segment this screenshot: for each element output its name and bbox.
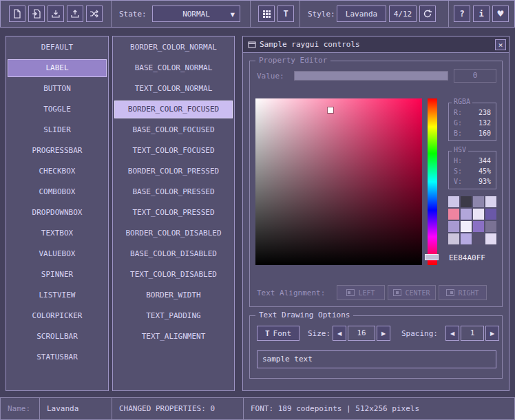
control-item-spinner[interactable]: SPINNER <box>8 266 107 284</box>
color-saturation-value-picker[interactable] <box>255 98 422 265</box>
statusbar-style-name[interactable]: Lavanda <box>39 397 112 420</box>
sample-window-titlebar[interactable]: Sample raygui controls × <box>243 36 509 53</box>
rgba-group: RGBA R: 238 G: 132 B: 160 <box>448 103 496 141</box>
control-item-button[interactable]: BUTTON <box>8 80 107 98</box>
export-style-button[interactable] <box>67 6 83 22</box>
align-right-button[interactable]: RIGHT <box>439 285 487 300</box>
palette-swatch[interactable] <box>473 233 484 244</box>
palette-swatch[interactable] <box>485 196 496 207</box>
control-item-listview[interactable]: LISTVIEW <box>8 286 107 304</box>
state-dropdown[interactable]: NORMAL ▼ <box>152 6 240 22</box>
right-arrow-icon: ▶ <box>490 330 494 337</box>
palette-swatch[interactable] <box>461 221 472 232</box>
statusbar-name-label: Name: <box>0 397 40 420</box>
sponsor-button[interactable]: ♥ <box>492 6 509 22</box>
property-item-border-color-disabled[interactable]: BORDER_COLOR_DISABLED <box>114 224 233 242</box>
hex-color-value[interactable]: EE84A0FF <box>449 253 497 262</box>
value-slider[interactable] <box>294 71 448 81</box>
palette-swatch[interactable] <box>461 196 472 207</box>
toolbar-separator <box>448 1 449 27</box>
property-item-base-color-normal[interactable]: BASE_COLOR_NORMAL <box>114 59 233 77</box>
statusbar-changed-properties: CHANGED PROPERTIES: 0 <box>112 397 244 420</box>
hsv-row-v: V: 93% <box>449 176 496 187</box>
spacing-decrease-button[interactable]: ◀ <box>445 326 459 341</box>
palette-swatch[interactable] <box>473 221 484 232</box>
style-table-button[interactable] <box>258 6 275 22</box>
property-item-base-color-disabled[interactable]: BASE_COLOR_DISABLED <box>114 245 233 263</box>
size-label: Size: <box>308 329 330 338</box>
load-style-button[interactable] <box>28 6 45 22</box>
align-left-button[interactable]: LEFT <box>337 285 385 300</box>
control-item-valuebox[interactable]: VALUEBOX <box>8 245 107 263</box>
size-value-box[interactable]: 16 <box>348 326 375 341</box>
palette-swatch[interactable] <box>485 221 496 232</box>
palette-swatch[interactable] <box>448 209 459 220</box>
state-label: State: <box>119 10 147 19</box>
reload-style-button[interactable] <box>419 6 436 22</box>
font-view-button[interactable]: T <box>277 6 294 22</box>
color-picker-cursor[interactable] <box>328 107 333 113</box>
property-item-text-color-disabled[interactable]: TEXT_COLOR_DISABLED <box>114 266 233 284</box>
property-item-text-color-focused[interactable]: TEXT_COLOR_FOCUSED <box>114 142 233 160</box>
property-item-base-color-pressed[interactable]: BASE_COLOR_PRESSED <box>114 183 233 201</box>
palette-swatch[interactable] <box>448 221 459 232</box>
font-button[interactable]: T Font <box>257 326 299 341</box>
spacing-increase-button[interactable]: ▶ <box>485 326 499 341</box>
palette-swatch[interactable] <box>473 209 484 220</box>
control-item-colorpicker[interactable]: COLORPICKER <box>8 307 107 325</box>
control-item-statusbar[interactable]: STATUSBAR <box>8 348 107 366</box>
property-item-text-padding[interactable]: TEXT_PADDING <box>114 307 233 325</box>
control-item-scrollbar[interactable]: SCROLLBAR <box>8 328 107 346</box>
property-item-border-color-normal[interactable]: BORDER_COLOR_NORMAL <box>114 39 233 56</box>
control-item-toggle[interactable]: TOGGLE <box>8 101 107 118</box>
about-button[interactable]: i <box>473 6 490 22</box>
palette-swatch[interactable] <box>461 209 472 220</box>
property-item-border-color-pressed[interactable]: BORDER_COLOR_PRESSED <box>114 162 233 180</box>
control-item-checkbox[interactable]: CHECKBOX <box>8 162 107 180</box>
size-increase-button[interactable]: ▶ <box>377 326 390 341</box>
property-item-border-width[interactable]: BORDER_WIDTH <box>114 286 233 304</box>
text-drawing-options-title: Text Drawing Options <box>255 311 353 319</box>
spacing-value-box[interactable]: 1 <box>461 326 484 341</box>
hue-slider-handle[interactable] <box>425 254 439 260</box>
left-arrow-icon: ◀ <box>337 330 341 337</box>
help-button[interactable]: ? <box>454 6 470 22</box>
property-item-text-color-pressed[interactable]: TEXT_COLOR_PRESSED <box>114 204 233 222</box>
property-item-border-color-focused[interactable]: BORDER_COLOR_FOCUSED <box>114 101 233 118</box>
align-center-button[interactable]: CENTER <box>388 285 436 300</box>
spacing-label: Spacing: <box>401 329 438 338</box>
palette-swatch[interactable] <box>485 233 496 244</box>
save-style-button[interactable] <box>48 6 64 22</box>
control-item-default[interactable]: DEFAULT <box>8 39 107 56</box>
control-item-dropdownbox[interactable]: DROPDOWNBOX <box>8 204 107 222</box>
random-style-button[interactable] <box>86 6 103 22</box>
property-item-base-color-focused[interactable]: BASE_COLOR_FOCUSED <box>114 121 233 139</box>
align-left-icon <box>346 288 355 297</box>
control-item-textbox[interactable]: TEXTBOX <box>8 224 107 242</box>
style-label: Style: <box>308 10 335 19</box>
palette-swatch[interactable] <box>473 196 484 207</box>
control-item-label[interactable]: LABEL <box>8 59 107 77</box>
new-file-icon <box>12 9 22 19</box>
right-arrow-icon: ▶ <box>381 330 386 337</box>
control-item-progressbar[interactable]: PROGRESSBAR <box>8 142 107 160</box>
sample-text-input[interactable]: sample text <box>257 350 496 368</box>
hue-bar[interactable] <box>428 98 437 265</box>
style-index-value: 4/12 <box>394 10 412 19</box>
new-style-button[interactable] <box>9 6 25 22</box>
palette-swatch[interactable] <box>448 233 459 244</box>
control-item-combobox[interactable]: COMBOBOX <box>8 183 107 201</box>
property-item-text-alignment[interactable]: TEXT_ALIGNMENT <box>114 328 233 346</box>
property-item-text-color-normal[interactable]: TEXT_COLOR_NORMAL <box>114 80 233 98</box>
palette-swatch[interactable] <box>461 233 472 244</box>
rguistyler-window: State: NORMAL ▼ T Style: Lavanda 4/12 ? … <box>0 0 515 420</box>
control-item-slider[interactable]: SLIDER <box>8 121 107 139</box>
info-icon: i <box>479 9 483 19</box>
question-icon: ? <box>459 9 464 19</box>
palette-swatch[interactable] <box>485 209 496 220</box>
close-button[interactable]: × <box>495 39 506 50</box>
style-name-box[interactable]: Lavanda <box>337 6 386 22</box>
palette-swatch[interactable] <box>448 196 459 207</box>
size-decrease-button[interactable]: ◀ <box>333 326 346 341</box>
value-box[interactable]: 0 <box>454 69 496 83</box>
